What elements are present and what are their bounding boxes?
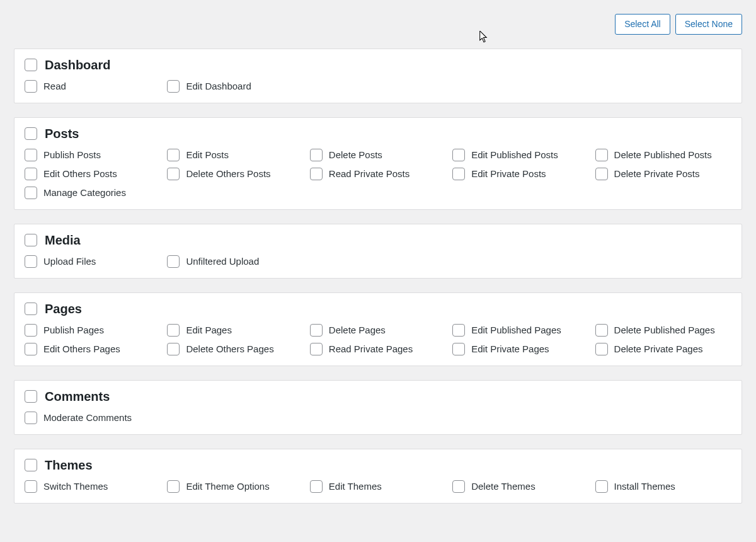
capability-checkbox[interactable] <box>595 480 608 493</box>
capability-label: Delete Published Posts <box>614 149 712 160</box>
capabilities-grid: Publish PostsEdit PostsDelete PostsEdit … <box>25 149 731 199</box>
capability-unfiltered-upload[interactable]: Unfiltered Upload <box>167 255 303 268</box>
capability-checkbox[interactable] <box>25 343 37 355</box>
capability-checkbox[interactable] <box>310 324 323 337</box>
capability-checkbox[interactable] <box>25 168 37 180</box>
capability-edit-published-posts[interactable]: Edit Published Posts <box>452 149 588 161</box>
capability-checkbox[interactable] <box>310 343 323 355</box>
capability-label: Edit Theme Options <box>186 481 269 492</box>
capability-label: Edit Others Pages <box>43 343 120 354</box>
capability-checkbox[interactable] <box>25 480 37 493</box>
capabilities-grid: Publish PagesEdit PagesDelete PagesEdit … <box>25 324 731 355</box>
capability-checkbox[interactable] <box>167 168 180 180</box>
capability-publish-posts[interactable]: Publish Posts <box>25 149 161 161</box>
capability-edit-pages[interactable]: Edit Pages <box>167 324 303 337</box>
capability-edit-published-pages[interactable]: Edit Published Pages <box>452 324 588 337</box>
capability-checkbox[interactable] <box>25 149 37 161</box>
capability-delete-private-pages[interactable]: Delete Private Pages <box>595 343 731 355</box>
capability-checkbox[interactable] <box>452 324 465 337</box>
capability-label: Edit Private Pages <box>471 343 549 354</box>
capability-checkbox[interactable] <box>167 149 180 161</box>
capability-moderate-comments[interactable]: Moderate Comments <box>25 412 161 424</box>
capability-manage-categories[interactable]: Manage Categories <box>25 187 161 199</box>
capability-delete-published-pages[interactable]: Delete Published Pages <box>595 324 731 337</box>
capability-checkbox[interactable] <box>595 149 608 161</box>
capability-read-private-pages[interactable]: Read Private Pages <box>310 343 446 355</box>
capability-checkbox[interactable] <box>595 324 608 337</box>
capability-label: Delete Others Posts <box>186 168 270 179</box>
capability-delete-others-pages[interactable]: Delete Others Pages <box>167 343 303 355</box>
capability-checkbox[interactable] <box>452 168 465 180</box>
capability-label: Delete Private Posts <box>614 168 700 179</box>
capability-checkbox[interactable] <box>452 343 465 355</box>
capability-label: Publish Pages <box>43 325 104 335</box>
capability-checkbox[interactable] <box>595 343 608 355</box>
capability-checkbox[interactable] <box>167 80 180 93</box>
capability-checkbox[interactable] <box>310 480 323 493</box>
capability-edit-posts[interactable]: Edit Posts <box>167 149 303 161</box>
capabilities-grid: Switch ThemesEdit Theme OptionsEdit Them… <box>25 480 731 493</box>
capability-switch-themes[interactable]: Switch Themes <box>25 480 161 493</box>
capability-upload-files[interactable]: Upload Files <box>25 255 161 268</box>
action-bar: Select All Select None <box>14 0 742 49</box>
group-checkbox-comments[interactable] <box>25 390 37 403</box>
capability-checkbox[interactable] <box>310 168 323 180</box>
capability-delete-pages[interactable]: Delete Pages <box>310 324 446 337</box>
capability-checkbox[interactable] <box>25 412 37 424</box>
capability-read-private-posts[interactable]: Read Private Posts <box>310 168 446 180</box>
capability-label: Read Private Pages <box>329 343 413 354</box>
capability-label: Edit Others Posts <box>43 168 117 179</box>
group-checkbox-media[interactable] <box>25 234 37 246</box>
capability-checkbox[interactable] <box>25 324 37 337</box>
capability-checkbox[interactable] <box>452 480 465 493</box>
group-media: MediaUpload FilesUnfiltered Upload <box>14 224 742 279</box>
capability-delete-others-posts[interactable]: Delete Others Posts <box>167 168 303 180</box>
group-checkbox-dashboard[interactable] <box>25 59 37 71</box>
select-all-button[interactable]: Select All <box>615 14 670 35</box>
group-checkbox-posts[interactable] <box>25 127 37 140</box>
capability-label: Moderate Comments <box>43 412 132 423</box>
capability-label: Edit Posts <box>186 149 229 160</box>
capability-checkbox[interactable] <box>25 255 37 268</box>
capability-checkbox[interactable] <box>167 480 180 493</box>
group-checkbox-pages[interactable] <box>25 303 37 315</box>
capability-checkbox[interactable] <box>452 149 465 161</box>
capability-delete-published-posts[interactable]: Delete Published Posts <box>595 149 731 161</box>
capability-checkbox[interactable] <box>310 149 323 161</box>
capability-edit-private-posts[interactable]: Edit Private Posts <box>452 168 588 180</box>
capability-label: Delete Others Pages <box>186 343 273 354</box>
capability-checkbox[interactable] <box>25 80 37 93</box>
capability-label: Unfiltered Upload <box>186 256 259 267</box>
capability-label: Publish Posts <box>43 149 101 160</box>
capability-read[interactable]: Read <box>25 80 161 93</box>
group-checkbox-themes[interactable] <box>25 459 37 471</box>
capability-label: Delete Published Pages <box>614 325 715 335</box>
capability-edit-themes[interactable]: Edit Themes <box>310 480 446 493</box>
group-title: Dashboard <box>45 58 110 72</box>
capability-edit-theme-options[interactable]: Edit Theme Options <box>167 480 303 493</box>
group-title: Media <box>45 233 81 248</box>
capability-edit-others-pages[interactable]: Edit Others Pages <box>25 343 161 355</box>
select-none-button[interactable]: Select None <box>675 14 742 35</box>
capability-checkbox[interactable] <box>167 255 180 268</box>
capability-label: Read Private Posts <box>329 168 410 179</box>
capability-delete-posts[interactable]: Delete Posts <box>310 149 446 161</box>
capability-edit-private-pages[interactable]: Edit Private Pages <box>452 343 588 355</box>
capability-edit-dashboard[interactable]: Edit Dashboard <box>167 80 303 93</box>
capability-delete-themes[interactable]: Delete Themes <box>452 480 588 493</box>
capability-label: Read <box>43 81 66 91</box>
group-title: Themes <box>45 458 93 473</box>
capability-delete-private-posts[interactable]: Delete Private Posts <box>595 168 731 180</box>
group-header: Pages <box>25 302 731 316</box>
group-header: Themes <box>25 458 731 473</box>
group-header: Media <box>25 233 731 248</box>
capability-label: Edit Pages <box>186 325 232 335</box>
capability-checkbox[interactable] <box>167 324 180 337</box>
capability-checkbox[interactable] <box>595 168 608 180</box>
capability-publish-pages[interactable]: Publish Pages <box>25 324 161 337</box>
capability-checkbox[interactable] <box>167 343 180 355</box>
capability-checkbox[interactable] <box>25 187 37 199</box>
group-header: Comments <box>25 389 731 404</box>
capability-edit-others-posts[interactable]: Edit Others Posts <box>25 168 161 180</box>
capability-install-themes[interactable]: Install Themes <box>595 480 731 493</box>
